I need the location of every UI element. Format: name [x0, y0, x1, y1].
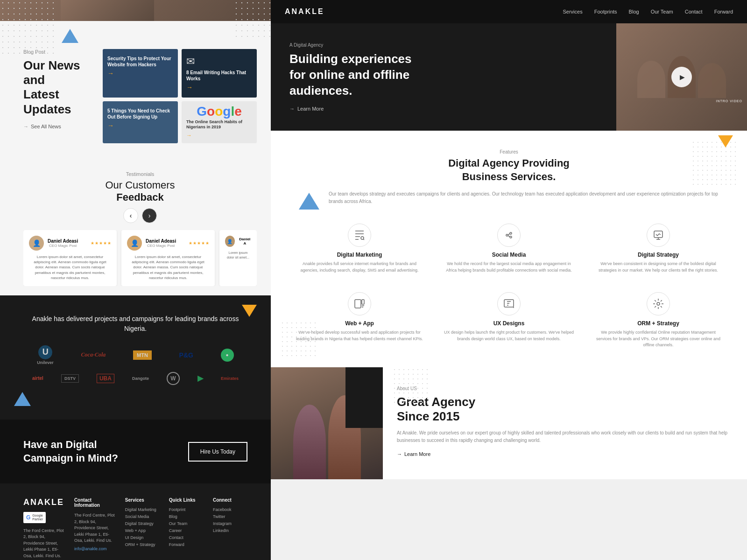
- service-link-6[interactable]: ORM + Strategy: [125, 542, 160, 547]
- blog-title: Our News and Latest Updates: [23, 58, 93, 117]
- testimonials-section: Testimonials Our Customers Feedback ‹ › …: [0, 157, 271, 295]
- features-title: Digital Agency Providing Business Servic…: [289, 157, 728, 183]
- avatar-3: 👤: [225, 236, 235, 247]
- service-name-2: Social Media: [444, 252, 574, 258]
- play-icon: ▶: [680, 73, 685, 81]
- svg-point-8: [657, 302, 660, 305]
- hire-us-button[interactable]: Hire Us Today: [188, 442, 247, 462]
- service-link-1[interactable]: Digital Marketing: [125, 507, 160, 512]
- footer-grid: ANAKLE G GooglePartner The Ford Centre, …: [23, 497, 247, 560]
- social-instagram[interactable]: Instagram: [213, 521, 247, 526]
- web-app-icon: [348, 292, 371, 315]
- review-text-3: Lorem ipsum dolor sit amet...: [225, 251, 251, 260]
- footer-contact-col: Contact Information The Ford Centre, Plo…: [74, 497, 116, 560]
- footer: ANAKLE G GooglePartner The Ford Centre, …: [0, 483, 271, 560]
- social-linkedin[interactable]: LinkedIn: [213, 528, 247, 533]
- social-twitter[interactable]: Twitter: [213, 514, 247, 519]
- quicklink-4[interactable]: Career: [169, 528, 204, 533]
- nav-services[interactable]: Services: [563, 9, 583, 14]
- about-learn-more[interactable]: → Learn More: [397, 451, 733, 457]
- quicklink-1[interactable]: Footprint: [169, 507, 204, 512]
- svg-point-1: [506, 234, 508, 236]
- footer-address: The Ford Centre, Plot 2, Block 94, Provi…: [23, 528, 65, 560]
- cta-title: Have an Digital Campaign in Mind?: [23, 438, 118, 465]
- testimonial-card-2: 👤 Daniel Adeasi CEO Magic Post ★★★★★ Lor…: [121, 230, 215, 286]
- nav-footprints[interactable]: Footprints: [594, 9, 617, 14]
- service-name-3: Digital Strategy: [593, 252, 724, 258]
- reviewer-name-3: Daniel A: [239, 237, 251, 245]
- left-panel: Blog Post Our News and Latest Updates Se…: [0, 0, 271, 560]
- footer-brand-col: ANAKLE G GooglePartner The Ford Centre, …: [23, 497, 65, 560]
- hero-image: ▶ INTRO VIDEO: [616, 23, 747, 131]
- svg-point-2: [510, 232, 512, 234]
- ux-design-icon: [497, 292, 521, 315]
- brands-section: Anakle has delivered projects and campai…: [0, 295, 271, 420]
- about-image: [271, 367, 383, 479]
- about-content: About US Great Agency Since 2015 At Anak…: [383, 367, 747, 479]
- stars-1: ★★★★★: [91, 241, 111, 245]
- nav-blog[interactable]: Blog: [629, 9, 639, 14]
- service-orm-strategy: ORM + Strategy We provide highly confide…: [588, 287, 728, 353]
- quicklink-6[interactable]: Forward: [169, 542, 204, 547]
- wikipedia-logo: W: [167, 372, 180, 385]
- service-link-5[interactable]: UI Design: [125, 535, 160, 540]
- dot-grid-features-l: [280, 321, 317, 358]
- nav-team[interactable]: Our Team: [651, 9, 673, 14]
- service-link-4[interactable]: Web + App: [125, 528, 160, 533]
- see-all-link[interactable]: See All News: [23, 124, 93, 129]
- service-link-2[interactable]: Social Media: [125, 514, 160, 519]
- about-section: About US Great Agency Since 2015 At Anak…: [271, 367, 747, 479]
- social-media-icon: [497, 224, 521, 247]
- features-header: Our team develops strategy and executes …: [289, 190, 728, 210]
- hero-learn-more[interactable]: → Learn More: [289, 106, 598, 112]
- hero-title: Building experiences for online and offl…: [289, 51, 598, 98]
- review-text-1: Lorem ipsum dolor sit amet, consectetur …: [29, 254, 111, 280]
- next-button[interactable]: ›: [142, 208, 157, 223]
- orm-strategy-icon: [647, 292, 670, 315]
- hero-content: A Digital Agency Building experiences fo…: [271, 28, 616, 125]
- testimonial-card-3: 👤 Daniel A Lorem ipsum dolor sit amet...: [219, 230, 257, 286]
- about-title: Great Agency Since 2015: [397, 395, 733, 424]
- quicklink-2[interactable]: Blog: [169, 514, 204, 519]
- footer-email-2[interactable]: info@anakle.com: [74, 546, 116, 551]
- quicklink-5[interactable]: Contact: [169, 535, 204, 540]
- brand-logos-row2: airtel DSTV UBA Dangote W ▶ Emirates: [23, 372, 247, 385]
- blog-card-2[interactable]: ✉ 8 Email Writing Hacks That Works →: [182, 49, 257, 98]
- blog-card-1[interactable]: Security Tips to Protect Your Website fr…: [103, 49, 178, 98]
- service-name-6: ORM + Strategy: [593, 320, 724, 327]
- google-partner-badge: G GooglePartner: [23, 512, 46, 523]
- brand8-logo: Dangote: [132, 376, 149, 381]
- airtel-logo: airtel: [32, 376, 43, 381]
- review-text-2: Lorem ipsum dolor sit amet, consectetur …: [127, 254, 209, 280]
- social-facebook[interactable]: Facebook: [213, 507, 247, 512]
- nav-forward[interactable]: Forward: [714, 9, 733, 14]
- blog-cards-grid: Security Tips to Protect Your Website fr…: [103, 49, 257, 143]
- service-link-3[interactable]: Digital Strategy: [125, 521, 160, 526]
- brand5-logo: ●: [221, 349, 234, 362]
- footer-quicklinks-col: Quick Links Footprint Blog Our Team Care…: [169, 497, 204, 560]
- testimonials-title: Our Customers Feedback: [23, 179, 257, 203]
- brand10-logo: ▶: [197, 374, 203, 383]
- service-desc-6: We provide highly confidential Online re…: [593, 329, 724, 349]
- nav-contact[interactable]: Contact: [685, 9, 703, 14]
- prev-button[interactable]: ‹: [123, 208, 138, 223]
- footer-logo: ANAKLE: [23, 497, 65, 507]
- footer-contact-title: Contact Information: [74, 497, 116, 508]
- play-button[interactable]: ▶: [671, 67, 692, 87]
- arrow-icon-4: →: [186, 132, 252, 139]
- footer-services-col: Services Digital Marketing Social Media …: [125, 497, 160, 560]
- reviewer-role-1: CEO Magic Post: [48, 244, 78, 248]
- triangle-yellow-dark: [242, 305, 257, 317]
- uba-logo: UBA: [97, 374, 114, 383]
- reviewer-role-2: CEO Magic Post: [146, 244, 176, 248]
- blog-card-4[interactable]: Google The Online Search Habits of Niger…: [182, 101, 257, 143]
- quicklink-3[interactable]: Our Team: [169, 521, 204, 526]
- arrow-icon-2: →: [186, 84, 252, 91]
- cta-section: Have an Digital Campaign in Mind? Hire U…: [0, 420, 271, 483]
- features-desc: Our team develops strategy and executes …: [329, 190, 728, 205]
- service-desc-5: UX design helps launch the right product…: [444, 329, 574, 342]
- blog-section: Blog Post Our News and Latest Updates Se…: [0, 21, 271, 157]
- footer-connect-col: Connect Facebook Twitter Instagram Linke…: [213, 497, 247, 560]
- blog-card-3[interactable]: 5 Things You Need to Check Out Before Si…: [103, 101, 178, 143]
- triangle-blue-features: [299, 193, 319, 210]
